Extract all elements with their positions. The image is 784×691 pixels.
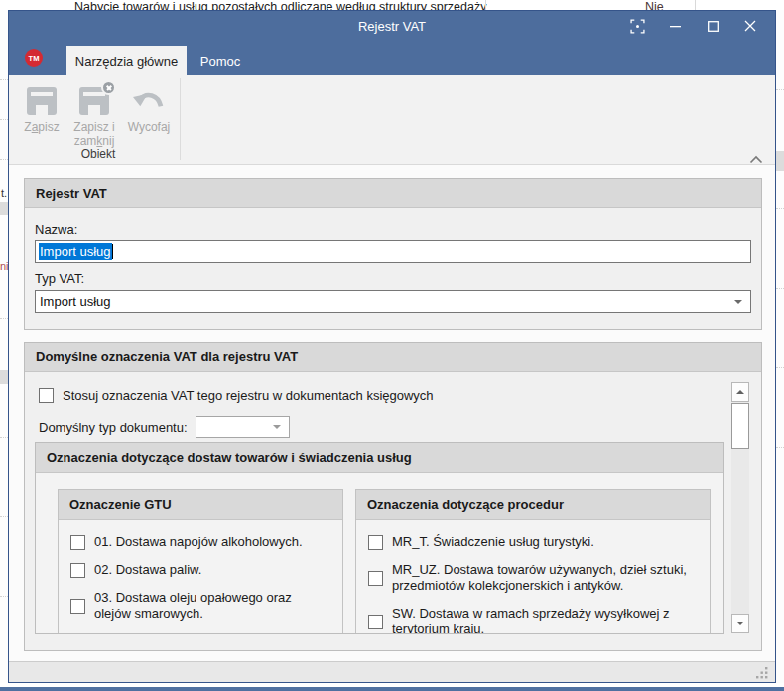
vat-type-label: Typ VAT: — [35, 271, 84, 286]
vat-type-dropdown[interactable]: Import usług — [35, 290, 751, 313]
procedures-groupbox: Oznaczenia dotyczące procedur MR_T. Świa… — [355, 489, 711, 633]
gtu-check-list: 01. Dostawa napojów alkoholowych. 02. Do… — [59, 520, 342, 622]
scroll-up-button[interactable] — [731, 382, 749, 402]
apply-markings-row: Stosuj oznaczenia VAT tego rejestru w do… — [39, 388, 434, 403]
close-icon — [744, 20, 756, 32]
chevron-down-icon — [734, 300, 742, 304]
scroll-down-button[interactable] — [731, 614, 749, 633]
procedure-checkbox[interactable] — [368, 535, 383, 550]
background-right-strip — [776, 10, 784, 687]
background-cell-fragment — [0, 370, 8, 384]
background-table-row: Nabycie towarów i usług pozostałych odli… — [0, 0, 784, 10]
save-and-close-button-label: Zapisz izamknij — [73, 120, 114, 148]
supplies-panel-body: Oznaczenie GTU 01. Dostawa napojów alkoh… — [36, 473, 723, 633]
fit-to-screen-icon — [630, 19, 645, 34]
background-gridline — [0, 516, 8, 517]
gtu-checkbox-label: 01. Dostawa napojów alkoholowych. — [94, 534, 303, 550]
close-button[interactable] — [731, 13, 769, 39]
triangle-up-icon — [736, 390, 744, 394]
background-gridline — [776, 208, 784, 209]
vertical-scrollbar[interactable] — [731, 382, 749, 633]
name-label: Nazwa: — [35, 222, 77, 237]
procedure-check-row: MR_T. Świadczenie usług turystyki. — [356, 534, 710, 550]
text-caret — [112, 244, 113, 259]
scrollbar-thumb[interactable] — [731, 403, 749, 449]
procedure-check-row: MR_UZ. Dostawa towarów używanych, dzieł … — [356, 562, 710, 594]
apply-markings-checkbox[interactable] — [39, 388, 54, 403]
name-input[interactable]: Import usług — [35, 240, 751, 263]
defaults-group-header: Domyślne oznaczenia VAT dla rejestru VAT — [25, 343, 761, 372]
background-cell-fragment — [0, 202, 8, 215]
apply-markings-label: Stosuj oznaczenia VAT tego rejestru w do… — [63, 388, 434, 403]
background-row-value: Nie — [645, 0, 664, 10]
chevron-up-icon — [749, 155, 763, 164]
background-gridline — [776, 288, 784, 289]
status-bar — [9, 661, 775, 682]
procedure-checkbox-label: SW. Dostawa w ramach sprzedaży wysyłkowe… — [392, 606, 698, 633]
background-window-edge — [0, 687, 784, 691]
gtu-checkbox[interactable] — [70, 563, 85, 578]
gtu-check-row: 02. Dostawa paliw. — [59, 562, 342, 578]
background-gridline — [0, 159, 8, 160]
background-gridline — [0, 596, 8, 597]
background-gridline — [0, 119, 8, 120]
minimize-button[interactable] — [656, 13, 694, 39]
rejestr-vat-dialog: Rejestr VAT — [8, 10, 776, 683]
register-group-header: Rejestr VAT — [25, 179, 761, 208]
save-icon — [27, 87, 57, 115]
background-gridline — [0, 79, 8, 80]
selected-text: Import usług — [39, 243, 112, 260]
close-badge-icon — [101, 80, 116, 95]
procedure-checkbox[interactable] — [368, 571, 383, 586]
background-gridline — [776, 367, 784, 368]
gtu-checkbox[interactable] — [70, 599, 85, 614]
save-button-label: Zapisz — [24, 120, 59, 134]
background-text-fragment: nii — [0, 260, 8, 272]
defaults-groupbox: Domyślne oznaczenia VAT dla rejestru VAT… — [24, 342, 762, 651]
register-groupbox: Rejestr VAT Nazwa: Import usług Typ VAT:… — [24, 178, 762, 330]
minimize-icon — [670, 21, 681, 32]
ribbon-separator — [180, 78, 181, 160]
background-column-divider — [485, 0, 486, 10]
procedure-checkbox[interactable] — [368, 615, 383, 629]
ribbon: Zapisz Zapisz izamknij Wycofaj Obiekt — [9, 75, 775, 165]
background-text-fragment: t. — [1, 187, 7, 199]
resize-grip[interactable] — [756, 666, 769, 679]
undo-button-label: Wycofaj — [128, 120, 171, 134]
procedures-group-header: Oznaczenia dotyczące procedur — [356, 490, 710, 520]
maximize-icon — [708, 21, 719, 32]
gtu-groupbox: Oznaczenie GTU 01. Dostawa napojów alkoh… — [58, 489, 343, 633]
doc-type-label: Domyślny typ dokumentu: — [39, 420, 188, 435]
save-and-close-icon — [79, 87, 109, 115]
doc-type-dropdown[interactable] — [196, 416, 290, 438]
background-gridline — [776, 447, 784, 448]
ribbon-group-label: Obiekt — [19, 147, 178, 161]
background-gridline — [776, 89, 784, 90]
app-logo: TM — [25, 49, 43, 67]
background-cell-fragment — [776, 151, 784, 171]
background-gridline — [0, 437, 8, 438]
undo-icon — [133, 87, 165, 115]
gtu-check-row: 01. Dostawa napojów alkoholowych. — [59, 534, 342, 550]
collapse-ribbon-button[interactable] — [749, 150, 765, 160]
supplies-panel-header: Oznaczenia dotyczące dostaw towarów i św… — [36, 443, 723, 473]
gtu-checkbox-label: 02. Dostawa paliw. — [94, 562, 201, 578]
maximize-button[interactable] — [694, 13, 731, 39]
chevron-down-icon — [273, 425, 281, 429]
vat-type-value: Import usług — [40, 294, 111, 309]
gtu-group-header: Oznaczenie GTU — [59, 490, 342, 520]
supplies-panel: Oznaczenia dotyczące dostaw towarów i św… — [35, 442, 724, 634]
background-left-strip: t. nii — [0, 10, 8, 687]
doc-type-row: Domyślny typ dokumentu: — [39, 416, 290, 438]
fit-to-screen-button[interactable] — [618, 13, 656, 39]
background-column-divider — [695, 0, 696, 10]
background-row-text: Nabycie towarów i usług pozostałych odli… — [74, 0, 486, 10]
procedure-check-row: SW. Dostawa w ramach sprzedaży wysyłkowe… — [356, 606, 710, 633]
tab-narzedzia-glowne[interactable]: Narzędzia główne — [66, 46, 187, 75]
procedure-checkbox-label: MR_UZ. Dostawa towarów używanych, dzieł … — [392, 562, 698, 594]
window-controls — [618, 13, 769, 39]
tab-pomoc[interactable]: Pomoc — [187, 46, 254, 75]
gtu-checkbox-label: 03. Dostawa oleju opałowego oraz olejów … — [94, 590, 330, 622]
title-bar: Rejestr VAT — [9, 11, 775, 75]
gtu-checkbox[interactable] — [70, 535, 85, 550]
